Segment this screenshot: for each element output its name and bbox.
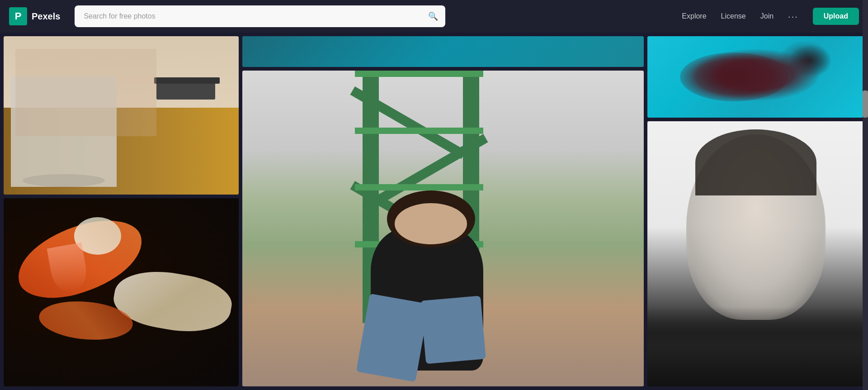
photo-underwater[interactable]: [647, 36, 864, 118]
nav-license[interactable]: License: [721, 12, 746, 20]
pexels-logo-icon: P: [9, 7, 27, 25]
photo-col-1: [4, 36, 239, 386]
photo-woman-scaffold[interactable]: [242, 71, 644, 386]
nav-links: Explore License Join ··· Upload: [682, 8, 859, 25]
photo-grid: [0, 33, 868, 390]
logo-area[interactable]: P Pexels: [9, 7, 60, 25]
brand-name: Pexels: [32, 11, 60, 22]
search-input[interactable]: [75, 5, 445, 27]
search-bar: 🔍: [75, 5, 445, 27]
photo-col-3: [647, 36, 864, 386]
nav-more-button[interactable]: ···: [788, 11, 798, 22]
photo-man-portrait[interactable]: [647, 121, 864, 386]
photo-koi[interactable]: [4, 198, 239, 386]
scrollbar-thumb[interactable]: [863, 90, 868, 118]
nav-explore[interactable]: Explore: [682, 12, 706, 20]
scrollbar[interactable]: [863, 0, 868, 390]
upload-button[interactable]: Upload: [813, 8, 859, 25]
navbar: P Pexels 🔍 Explore License Join ··· Uplo…: [0, 0, 868, 33]
photo-col-2: [242, 36, 644, 386]
search-icon[interactable]: 🔍: [428, 11, 438, 21]
photo-teal-bg[interactable]: [242, 36, 644, 67]
photo-office[interactable]: [4, 36, 239, 195]
nav-join[interactable]: Join: [760, 12, 774, 20]
